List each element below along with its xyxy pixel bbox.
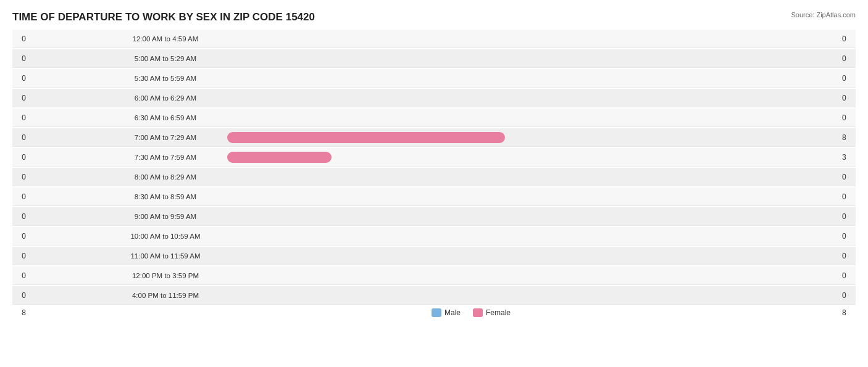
right-bar-container bbox=[227, 250, 838, 262]
right-bar-container bbox=[227, 33, 838, 44]
right-value: 0 bbox=[838, 291, 856, 300]
right-bar-container bbox=[227, 231, 838, 242]
bottom-left-value: 8 bbox=[12, 308, 30, 317]
time-label: 5:00 AM to 5:29 AM bbox=[104, 55, 227, 62]
bar-row: 0 5:30 AM to 5:59 AM 0 bbox=[12, 69, 856, 88]
left-value: 0 bbox=[12, 192, 30, 201]
right-bar-container bbox=[227, 270, 838, 281]
left-bar-container bbox=[30, 171, 104, 183]
left-value: 0 bbox=[12, 133, 30, 142]
time-label: 10:00 AM to 10:59 AM bbox=[104, 233, 227, 240]
left-bar-container bbox=[30, 191, 104, 202]
chart-container: TIME OF DEPARTURE TO WORK BY SEX IN ZIP … bbox=[0, 0, 868, 367]
time-label: 6:00 AM to 6:29 AM bbox=[104, 94, 227, 102]
left-value: 0 bbox=[12, 291, 30, 300]
legend-male: Male bbox=[432, 308, 461, 317]
right-value: 0 bbox=[838, 271, 856, 280]
bar-row: 0 7:30 AM to 7:59 AM 3 bbox=[12, 148, 856, 167]
time-label: 8:00 AM to 8:29 AM bbox=[104, 173, 227, 181]
left-bar-container bbox=[30, 73, 104, 84]
time-label: 7:00 AM to 7:29 AM bbox=[104, 134, 227, 141]
bar-row: 0 8:30 AM to 8:59 AM 0 bbox=[12, 188, 856, 206]
left-value: 0 bbox=[12, 94, 30, 102]
bar-row: 0 5:00 AM to 5:29 AM 0 bbox=[12, 49, 856, 68]
source-text: Source: ZipAtlas.com bbox=[791, 11, 856, 19]
legend-male-box bbox=[432, 308, 441, 317]
left-bar-container bbox=[30, 231, 104, 242]
left-bar-container bbox=[30, 93, 104, 104]
left-value: 0 bbox=[12, 35, 30, 43]
right-value: 0 bbox=[838, 74, 856, 83]
chart-title: TIME OF DEPARTURE TO WORK BY SEX IN ZIP … bbox=[12, 11, 856, 23]
time-label: 12:00 AM to 4:59 AM bbox=[104, 35, 227, 43]
left-value: 0 bbox=[12, 74, 30, 83]
right-value: 0 bbox=[838, 35, 856, 43]
right-bar-container bbox=[227, 112, 838, 123]
left-value: 0 bbox=[12, 54, 30, 63]
legend-female-box bbox=[473, 308, 483, 317]
time-label: 8:30 AM to 8:59 AM bbox=[104, 193, 227, 200]
right-bar-container bbox=[227, 191, 838, 202]
legend-area: Male Female bbox=[104, 308, 838, 317]
left-value: 0 bbox=[12, 173, 30, 181]
time-label: 7:30 AM to 7:59 AM bbox=[104, 154, 227, 161]
left-bar-container bbox=[30, 290, 104, 301]
left-bar-container bbox=[30, 53, 104, 64]
right-value: 0 bbox=[838, 192, 856, 201]
bar-row: 0 7:00 AM to 7:29 AM 8 bbox=[12, 128, 856, 147]
right-value: 0 bbox=[838, 113, 856, 122]
left-value: 0 bbox=[12, 271, 30, 280]
time-label: 9:00 AM to 9:59 AM bbox=[104, 213, 227, 220]
right-value: 0 bbox=[838, 94, 856, 102]
left-bar-container bbox=[30, 250, 104, 262]
female-bar bbox=[227, 132, 505, 143]
time-label: 11:00 AM to 11:59 AM bbox=[104, 252, 227, 260]
legend-female: Female bbox=[473, 308, 511, 317]
bar-row: 0 9:00 AM to 9:59 AM 0 bbox=[12, 207, 856, 226]
bar-row: 0 11:00 AM to 11:59 AM 0 bbox=[12, 247, 856, 265]
right-value: 0 bbox=[838, 232, 856, 241]
left-bar-container bbox=[30, 112, 104, 123]
right-bar-container bbox=[227, 132, 838, 143]
left-value: 0 bbox=[12, 212, 30, 221]
bottom-right-value: 8 bbox=[838, 308, 856, 317]
right-bar-container bbox=[227, 53, 838, 64]
bar-row: 0 8:00 AM to 8:29 AM 0 bbox=[12, 168, 856, 186]
right-value: 0 bbox=[838, 54, 856, 63]
left-bar-container bbox=[30, 152, 104, 163]
female-bar bbox=[227, 152, 332, 163]
left-value: 0 bbox=[12, 232, 30, 241]
time-label: 4:00 PM to 11:59 PM bbox=[104, 292, 227, 299]
right-bar-container bbox=[227, 152, 838, 163]
left-value: 0 bbox=[12, 252, 30, 260]
legend-female-label: Female bbox=[486, 308, 511, 317]
right-value: 3 bbox=[838, 153, 856, 162]
right-bar-container bbox=[227, 211, 838, 222]
bar-row: 0 12:00 PM to 3:59 PM 0 bbox=[12, 266, 856, 285]
right-bar-container bbox=[227, 93, 838, 104]
right-value: 8 bbox=[838, 133, 856, 142]
right-value: 0 bbox=[838, 212, 856, 221]
bar-row: 0 6:00 AM to 6:29 AM 0 bbox=[12, 89, 856, 107]
chart-area: 0 12:00 AM to 4:59 AM 0 0 5:00 AM to 5:2… bbox=[12, 30, 856, 305]
right-value: 0 bbox=[838, 173, 856, 181]
left-bar-container bbox=[30, 132, 104, 143]
left-bar-container bbox=[30, 211, 104, 222]
right-bar-container bbox=[227, 290, 838, 301]
bar-row: 0 6:30 AM to 6:59 AM 0 bbox=[12, 109, 856, 127]
left-bar-container bbox=[30, 33, 104, 44]
bottom-axis-row: 8 Male Female 8 bbox=[12, 308, 856, 317]
bar-row: 0 4:00 PM to 11:59 PM 0 bbox=[12, 286, 856, 305]
right-bar-container bbox=[227, 73, 838, 84]
right-bar-container bbox=[227, 171, 838, 183]
left-bar-container bbox=[30, 270, 104, 281]
legend-male-label: Male bbox=[444, 308, 461, 317]
time-label: 6:30 AM to 6:59 AM bbox=[104, 114, 227, 122]
left-value: 0 bbox=[12, 153, 30, 162]
right-value: 0 bbox=[838, 252, 856, 260]
left-value: 0 bbox=[12, 113, 30, 122]
bar-row: 0 10:00 AM to 10:59 AM 0 bbox=[12, 227, 856, 245]
bar-row: 0 12:00 AM to 4:59 AM 0 bbox=[12, 30, 856, 48]
time-label: 12:00 PM to 3:59 PM bbox=[104, 272, 227, 279]
time-label: 5:30 AM to 5:59 AM bbox=[104, 75, 227, 82]
